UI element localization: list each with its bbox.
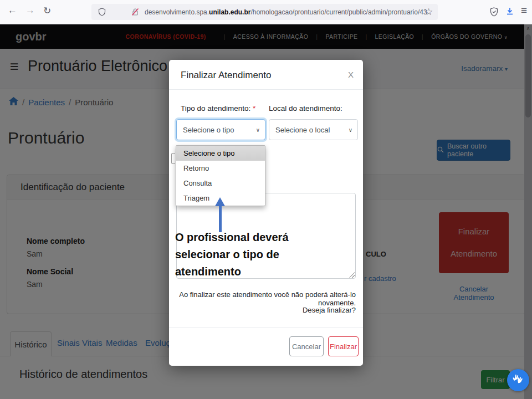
option-retorno[interactable]: Retorno [176,161,265,176]
modal-cancelar-button[interactable]: Cancelar [289,336,324,356]
modal-title: Finalizar Atendimento [181,70,271,81]
warning-text-line1: Ao finalizar este atendimento você não p… [173,290,356,307]
back-icon[interactable]: ← [8,5,17,16]
warning-text-line2: Deseja finalizar? [173,306,356,314]
local-atendimento-select[interactable]: Selecione o local ∨ [269,119,358,140]
vlibras-accessibility-button[interactable] [507,369,529,391]
annotation-text: O profissional deverá selecionar o tipo … [175,229,304,280]
url-text: desenvolvimento.spa.unilab.edu.br/homolo… [145,8,427,16]
required-asterisk: * [253,104,255,112]
screen: ← → ↻ desenvolvimento.spa.unilab.edu.br/… [0,0,532,399]
modal-footer-divider [169,327,363,328]
bookmark-star-icon[interactable]: ☆ [424,6,433,18]
tipo-atendimento-select[interactable]: Selecione o tipo ∨ [176,119,265,140]
local-atendimento-label: Local do atendimento: [269,104,342,112]
modal-header: Finalizar Atendimento X [169,60,363,90]
forward-icon[interactable]: → [25,5,35,16]
insecure-lock-icon[interactable] [131,8,139,16]
browser-menu-icon[interactable]: ≡ [521,4,527,17]
url-bar[interactable]: desenvolvimento.spa.unilab.edu.br/homolo… [91,4,438,20]
tipo-atendimento-label: Tipo do atendimento: * [181,104,255,112]
checkbox-fragment [171,153,175,164]
tracking-shield-icon[interactable] [98,8,106,16]
browser-chrome: ← → ↻ desenvolvimento.spa.unilab.edu.br/… [0,0,532,24]
resize-grip[interactable] [349,272,355,278]
download-icon[interactable] [505,7,514,17]
annotation-arrow-shaft [219,206,222,232]
chevron-down-icon: ∨ [349,127,352,133]
modal-finalizar-button[interactable]: Finalizar [328,336,359,356]
close-icon[interactable]: X [348,70,354,79]
option-selecione-o-tipo[interactable]: Selecione o tipo [176,146,265,161]
hands-icon [511,372,525,388]
annotation-arrow-icon [215,197,225,206]
shield-check-icon[interactable] [490,7,498,17]
reload-icon[interactable]: ↻ [43,5,51,17]
chevron-down-icon: ∨ [256,127,260,133]
option-consulta[interactable]: Consulta [176,176,265,191]
finalizar-atendimento-dialog: Finalizar Atendimento X Tipo do atendime… [169,60,363,366]
